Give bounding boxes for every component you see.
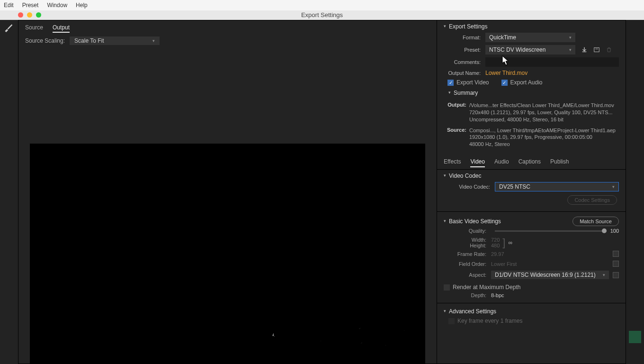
- aspect-reset-checkbox[interactable]: [613, 272, 619, 278]
- summary-heading: Summary: [454, 90, 478, 96]
- frame-rate-value: 29.97: [491, 251, 504, 257]
- height-label: Height:: [444, 243, 486, 248]
- height-value: 480: [491, 243, 500, 248]
- codec-settings-button: Codec Settings: [567, 195, 617, 205]
- basic-video-heading: Basic Video Settings: [449, 218, 501, 225]
- output-name-label: Output Name:: [437, 70, 481, 76]
- output-name-link[interactable]: Lower Third.mov: [485, 70, 528, 76]
- brush-tool-icon[interactable]: [4, 23, 13, 32]
- tab-publish[interactable]: Publish: [550, 158, 569, 167]
- render-max-depth-label: Render at Maximum Depth: [453, 284, 520, 291]
- twirl-icon[interactable]: ▾: [444, 309, 446, 313]
- export-settings-heading: Export Settings: [449, 23, 487, 30]
- tab-audio[interactable]: Audio: [494, 158, 509, 167]
- width-value: 720: [491, 237, 500, 243]
- chevron-down-icon: ▾: [603, 273, 605, 277]
- slider-thumb-icon[interactable]: [602, 228, 607, 233]
- chevron-down-icon: ▾: [569, 35, 572, 40]
- video-codec-label: Video Codec:: [448, 184, 490, 190]
- preset-value: NTSC DV Widescreen: [489, 46, 546, 53]
- preset-label: Preset:: [444, 47, 481, 53]
- export-audio-checkbox[interactable]: ✓: [501, 80, 508, 86]
- frame-rate-label: Frame Rate:: [444, 251, 486, 257]
- video-codec-heading: Video Codec: [449, 173, 482, 179]
- link-bracket-icon: ]: [502, 237, 505, 249]
- delete-preset-icon: [605, 46, 613, 54]
- comments-label: Comments:: [444, 59, 481, 65]
- menu-help[interactable]: Help: [76, 2, 88, 9]
- import-preset-icon[interactable]: [592, 46, 601, 54]
- close-icon[interactable]: [18, 12, 23, 18]
- tab-effects[interactable]: Effects: [444, 158, 461, 167]
- twirl-icon[interactable]: ▾: [444, 24, 446, 28]
- svg-rect-0: [594, 48, 599, 52]
- summary-output-text: /Volume...ter Effects/Clean Lower Third_…: [469, 102, 619, 123]
- frame-rate-reset-checkbox[interactable]: [613, 251, 619, 257]
- chevron-down-icon: ▾: [569, 47, 572, 52]
- field-order-label: Field Order:: [444, 261, 486, 267]
- menu-window[interactable]: Window: [47, 2, 67, 9]
- source-scaling-dropdown[interactable]: Scale To Fit ▾: [70, 36, 160, 45]
- tab-captions[interactable]: Captions: [519, 158, 541, 167]
- subtitle-overlay: 格式这里我打算: [269, 324, 415, 350]
- twirl-icon[interactable]: ▾: [448, 90, 451, 95]
- summary-source-label: Source:: [444, 127, 466, 148]
- tab-output[interactable]: Output: [53, 24, 70, 33]
- app-menu-bar: Edit Preset Window Help: [0, 0, 644, 10]
- menu-edit[interactable]: Edit: [4, 2, 14, 9]
- quality-value: 100: [610, 228, 619, 234]
- depth-label: Depth:: [444, 292, 486, 298]
- summary-output-label: Output:: [444, 102, 466, 123]
- twirl-icon[interactable]: ▾: [444, 173, 446, 178]
- match-source-button[interactable]: Match Source: [572, 217, 619, 226]
- video-preview: 格式这里我打算: [30, 144, 425, 364]
- tab-video[interactable]: Video: [470, 158, 484, 167]
- window-controls: [18, 12, 41, 18]
- twirl-icon[interactable]: ▾: [444, 218, 446, 223]
- link-dimensions-icon[interactable]: ∞: [508, 239, 512, 246]
- export-audio-label: Export Audio: [510, 79, 543, 86]
- minimize-icon[interactable]: [27, 12, 32, 18]
- chevron-down-icon: ▾: [152, 38, 155, 43]
- comments-input[interactable]: [485, 57, 619, 67]
- maximize-icon[interactable]: [36, 12, 41, 18]
- quality-label: Quality:: [444, 228, 486, 234]
- aspect-value: D1/DV NTSC Widescreen 16:9 (1.2121): [495, 272, 596, 278]
- timeline-marker-icon: [629, 331, 641, 343]
- keyframe-label: Key frame every 1 frames: [457, 318, 522, 324]
- aspect-dropdown[interactable]: D1/DV NTSC Widescreen 16:9 (1.2121) ▾: [491, 271, 609, 279]
- aspect-label: Aspect:: [444, 272, 486, 278]
- depth-value: 8-bpc: [491, 292, 504, 298]
- quality-slider[interactable]: [495, 230, 607, 232]
- video-codec-dropdown[interactable]: DV25 NTSC ▾: [495, 182, 619, 191]
- export-video-label: Export Video: [456, 79, 489, 86]
- save-preset-icon[interactable]: [580, 46, 589, 54]
- left-toolbar: [0, 20, 18, 364]
- menu-preset[interactable]: Preset: [22, 2, 39, 9]
- video-codec-value: DV25 NTSC: [499, 183, 530, 190]
- tab-source[interactable]: Source: [25, 24, 43, 33]
- right-strip: [626, 20, 644, 364]
- dialog-title: Export Settings: [301, 11, 343, 18]
- format-label: Format:: [444, 35, 481, 40]
- render-max-depth-checkbox[interactable]: [444, 284, 450, 291]
- field-order-value: Lower First: [491, 261, 517, 267]
- dialog-titlebar: Export Settings: [0, 10, 644, 20]
- field-order-reset-checkbox[interactable]: [613, 261, 619, 267]
- chevron-down-icon: ▾: [612, 184, 615, 189]
- format-value: QuickTime: [489, 34, 516, 41]
- keyframe-checkbox: [448, 318, 455, 324]
- advanced-settings-heading: Advanced Settings: [449, 308, 496, 315]
- summary-source-text: Composi..., Lower Third/tmpAEtoAMEProjec…: [469, 127, 619, 148]
- preset-dropdown[interactable]: NTSC DV Widescreen ▾: [485, 45, 575, 55]
- source-scaling-label: Source Scaling:: [25, 37, 65, 44]
- export-video-checkbox[interactable]: ✓: [447, 80, 454, 86]
- format-dropdown[interactable]: QuickTime ▾: [485, 33, 575, 42]
- width-label: Width:: [444, 237, 486, 243]
- source-scaling-value: Scale To Fit: [74, 37, 104, 44]
